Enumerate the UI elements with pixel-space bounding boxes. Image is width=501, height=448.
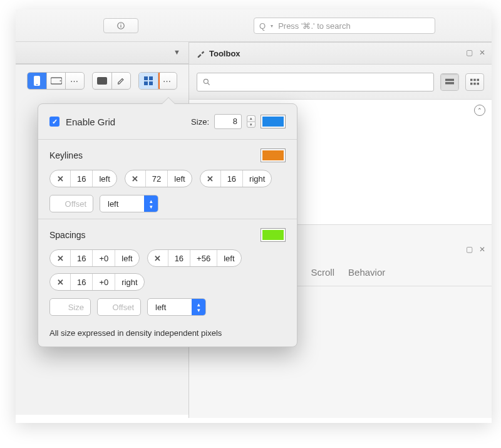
svg-rect-8 — [473, 78, 476, 81]
window-titlebar: Q▾ Press '⌘.' to search — [16, 9, 492, 42]
spacing-edge[interactable]: left — [115, 250, 138, 266]
svg-rect-7 — [470, 78, 473, 81]
grid-segmented[interactable]: ⋯ — [138, 72, 177, 90]
footnote-text: All size expressed in density independen… — [49, 328, 286, 338]
chevron-down-icon: ▾ — [271, 23, 273, 29]
spacing-edge[interactable]: left — [217, 250, 240, 266]
svg-line-4 — [208, 83, 210, 85]
keyline-value[interactable]: 16 — [70, 170, 92, 187]
dark-theme-button[interactable] — [93, 73, 111, 89]
svg-rect-20 — [144, 81, 148, 85]
keyline-chip: ✕ 16 right — [200, 170, 272, 187]
disclosure-triangle-icon[interactable]: ▼ — [173, 48, 180, 56]
theme-segmented[interactable] — [92, 72, 131, 90]
search-q-icon: Q — [259, 21, 266, 31]
panel-close-icon[interactable]: ✕ — [479, 48, 485, 57]
remove-spacing-icon[interactable]: ✕ — [50, 274, 70, 290]
toolbox-title: Toolbox — [209, 49, 240, 58]
grid-toggle-button[interactable] — [139, 73, 158, 89]
svg-rect-2 — [120, 24, 121, 24]
spacings-list: ✕ 16 +0 left ✕ 16 +56 left ✕ 16 +0 right — [49, 249, 286, 291]
keyline-offset-input[interactable]: Offset — [49, 195, 93, 212]
brush-button[interactable] — [111, 73, 130, 89]
spacing-size-placeholder: Size — [50, 299, 90, 315]
grid-options-popover: ✓ Enable Grid Size: 8 ▴▾ Keylines ✕ 16 l… — [38, 103, 297, 347]
svg-rect-6 — [445, 82, 454, 85]
spacing-offset[interactable]: +0 — [92, 250, 115, 266]
search-icon — [202, 78, 211, 86]
device-segmented[interactable]: ⋯ — [27, 72, 85, 90]
keyline-edge[interactable]: left — [167, 170, 191, 187]
keyline-offset-placeholder: Offset — [50, 195, 93, 212]
device-landscape-button[interactable] — [46, 73, 65, 89]
keylines-list: ✕ 16 left ✕ 72 left ✕ 16 right — [49, 170, 286, 187]
svg-rect-9 — [477, 78, 480, 81]
remove-keyline-icon[interactable]: ✕ — [125, 170, 145, 187]
spacing-size-input[interactable]: Size — [49, 298, 91, 316]
panel-maximize-icon[interactable]: ▢ — [466, 48, 473, 57]
spacing-size[interactable]: 16 — [70, 274, 92, 290]
grid-view-icon[interactable] — [466, 74, 483, 90]
spacing-chip: ✕ 16 +56 left — [147, 249, 242, 267]
spacing-offset-input[interactable]: Offset — [97, 298, 141, 316]
tab-behavior[interactable]: Behavior — [348, 267, 385, 278]
keyline-edge[interactable]: left — [92, 170, 116, 187]
svg-rect-11 — [473, 82, 476, 85]
stepper-down-icon[interactable]: ▾ — [247, 122, 256, 128]
svg-rect-21 — [149, 81, 153, 85]
remove-keyline-icon[interactable]: ✕ — [50, 170, 70, 187]
enable-grid-checkbox[interactable]: ✓ — [49, 117, 59, 127]
panel-maximize-icon[interactable]: ▢ — [466, 245, 473, 254]
collapse-all-icon[interactable]: ⌃ — [474, 105, 485, 116]
toolbox-view-mode[interactable] — [440, 73, 459, 91]
titlebar-search-placeholder: Press '⌘.' to search — [278, 21, 351, 31]
toolbox-search-input[interactable] — [197, 73, 434, 91]
device-more-button[interactable]: ⋯ — [65, 73, 84, 89]
keyline-edge-select[interactable]: left ▴▾ — [100, 195, 158, 212]
svg-rect-19 — [149, 76, 153, 80]
device-portrait-button[interactable] — [28, 73, 46, 89]
svg-rect-12 — [477, 82, 480, 85]
keyline-chip: ✕ 72 left — [125, 170, 192, 187]
remove-spacing-icon[interactable]: ✕ — [148, 250, 168, 266]
spacing-edge[interactable]: right — [115, 274, 143, 290]
spacing-chip: ✕ 16 +0 left — [49, 249, 140, 267]
spacing-offset[interactable]: +0 — [92, 274, 115, 290]
grid-options-button[interactable]: ⋯ — [158, 73, 177, 89]
grid-size-input[interactable]: 8 — [214, 114, 242, 129]
svg-point-16 — [59, 80, 61, 81]
spacing-size[interactable]: 16 — [70, 250, 92, 266]
titlebar-search[interactable]: Q▾ Press '⌘.' to search — [254, 18, 435, 34]
hammer-icon — [197, 49, 205, 58]
spacings-color-well[interactable] — [261, 228, 286, 242]
tab-scroll[interactable]: Scroll — [311, 267, 335, 278]
remove-keyline-icon[interactable]: ✕ — [200, 170, 220, 187]
grid-size-stepper[interactable]: ▴▾ — [247, 115, 256, 128]
spacing-size[interactable]: 16 — [168, 250, 190, 266]
keyline-chip: ✕ 16 left — [49, 170, 117, 187]
svg-rect-10 — [470, 82, 473, 85]
design-toolbar: ⋯ ⋯ — [27, 72, 177, 90]
grid-size-label: Size: — [191, 117, 209, 127]
panel-close-icon[interactable]: ✕ — [479, 245, 485, 254]
svg-rect-1 — [120, 25, 121, 28]
select-arrows-icon: ▴▾ — [144, 195, 158, 212]
keyline-edge[interactable]: right — [242, 170, 271, 187]
grid-color-well[interactable] — [261, 115, 286, 128]
spacing-chip: ✕ 16 +0 right — [49, 273, 145, 291]
spacing-offset-placeholder: Offset — [98, 299, 140, 315]
list-view-icon[interactable] — [441, 74, 458, 90]
svg-rect-17 — [97, 77, 107, 85]
keyline-value[interactable]: 16 — [220, 170, 242, 187]
spacing-offset[interactable]: +56 — [190, 250, 217, 266]
svg-rect-18 — [144, 76, 148, 80]
remove-spacing-icon[interactable]: ✕ — [50, 250, 70, 266]
keylines-heading: Keylines — [49, 150, 83, 160]
info-button[interactable] — [103, 18, 138, 33]
keyline-value[interactable]: 72 — [145, 170, 167, 187]
enable-grid-label: Enable Grid — [66, 117, 115, 127]
toolbox-grid-view[interactable] — [465, 73, 484, 91]
keylines-color-well[interactable] — [261, 148, 286, 162]
stepper-up-icon[interactable]: ▴ — [247, 115, 256, 122]
spacing-edge-select[interactable]: left ▴▾ — [147, 298, 206, 316]
